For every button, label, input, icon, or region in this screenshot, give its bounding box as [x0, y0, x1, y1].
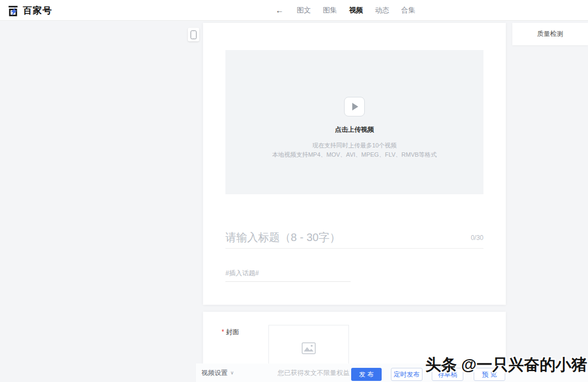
upload-hint-formats: 本地视频支持MP4、MOV、AVI、MPEG、FLV、RMVB等格式 [272, 151, 437, 159]
upload-hint-count: 现在支持同时上传最多10个视频 [312, 141, 396, 150]
chevron-down-icon: ∨ [230, 370, 234, 375]
tab-video[interactable]: 视频 [349, 5, 363, 15]
back-arrow-icon[interactable]: ← [275, 5, 284, 15]
quality-check-panel[interactable]: 质量检测 [512, 23, 588, 45]
baijiahao-logo-icon [7, 5, 19, 17]
cover-section-panel: *封面 [203, 312, 506, 363]
content-type-nav: ← 图文 图集 视频 动态 合集 [275, 0, 415, 20]
title-char-counter: 0/30 [471, 234, 483, 242]
top-header: 百家号 ← 图文 图集 视频 动态 合集 [0, 0, 588, 21]
cover-label: *封面 [222, 328, 239, 337]
video-settings-label: 视频设置 [201, 368, 228, 378]
cover-upload-placeholder[interactable] [268, 325, 349, 363]
footer-action-bar: 视频设置 ∨ 您已获得发文不限量权益 发 布 定时发布 存草稿 预 览 [196, 363, 588, 382]
logo-text: 百家号 [23, 4, 52, 17]
baijiahao-logo[interactable]: 百家号 [7, 4, 52, 17]
topic-input[interactable] [225, 265, 351, 282]
phone-icon [191, 30, 197, 39]
title-input-row: 0/30 [225, 227, 483, 249]
tab-article[interactable]: 图文 [297, 5, 311, 15]
video-settings-toggle[interactable]: 视频设置 ∨ [201, 363, 234, 382]
publish-button[interactable]: 发 布 [351, 368, 382, 381]
preview-button[interactable]: 预 览 [474, 368, 505, 381]
video-upload-dropzone[interactable]: 点击上传视频 现在支持同时上传最多10个视频 本地视频支持MP4、MOV、AVI… [225, 50, 483, 194]
video-editor-panel: 点击上传视频 现在支持同时上传最多10个视频 本地视频支持MP4、MOV、AVI… [203, 23, 506, 305]
mobile-preview-button[interactable] [188, 28, 199, 41]
play-icon [344, 97, 365, 116]
tab-gallery[interactable]: 图集 [323, 5, 337, 15]
quality-check-label: 质量检测 [537, 29, 564, 39]
tab-collection[interactable]: 合集 [401, 5, 415, 15]
benefit-text: 您已获得发文不限量权益 [278, 363, 350, 382]
upload-title: 点击上传视频 [335, 125, 374, 134]
title-input[interactable] [225, 231, 465, 244]
cover-label-text: 封面 [226, 328, 239, 336]
save-draft-button[interactable]: 存草稿 [432, 368, 463, 381]
required-mark: * [222, 328, 224, 336]
image-icon [302, 342, 316, 354]
tab-dynamic[interactable]: 动态 [375, 5, 389, 15]
schedule-publish-button[interactable]: 定时发布 [391, 368, 422, 381]
